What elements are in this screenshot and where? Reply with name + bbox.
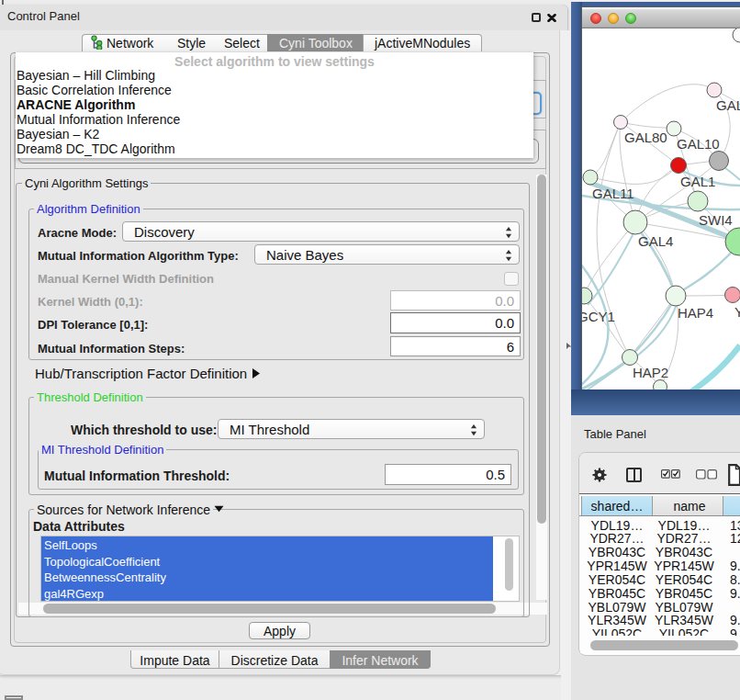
svg-text:GAL11: GAL11 <box>592 186 634 201</box>
svg-text:GAL10: GAL10 <box>677 136 720 152</box>
svg-text:SWI4: SWI4 <box>699 212 733 228</box>
svg-text:GAL1: GAL1 <box>680 174 715 189</box>
svg-text:GAL4: GAL4 <box>638 233 673 249</box>
svg-text:HAP4: HAP4 <box>678 305 713 321</box>
svg-text:GCY1: GCY1 <box>582 309 615 324</box>
svg-text:GAL2: GAL2 <box>716 97 740 113</box>
svg-text:GAL80: GAL80 <box>624 130 667 145</box>
svg-text:HAP2: HAP2 <box>633 365 668 380</box>
svg-text:YD: YD <box>734 304 740 320</box>
